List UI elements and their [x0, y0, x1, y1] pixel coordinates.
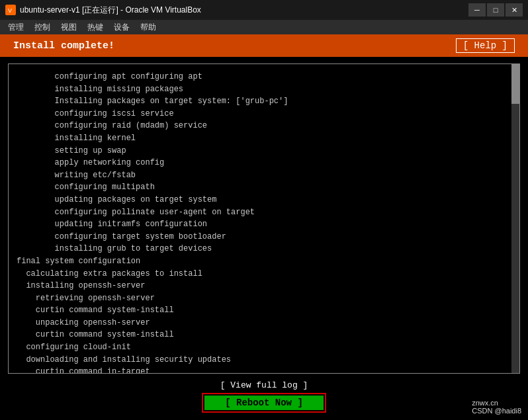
reboot-now-button[interactable]: [ Reboot Now ]	[204, 396, 324, 410]
title-bar-controls: ─ □ ✕	[468, 3, 523, 17]
menu-item-hotkey[interactable]: 热键	[82, 21, 109, 34]
svg-text:V: V	[8, 7, 12, 14]
menu-item-view[interactable]: 视图	[56, 21, 82, 34]
menu-item-control[interactable]: 控制	[29, 21, 56, 34]
reboot-btn-wrapper: [ Reboot Now ]	[202, 393, 326, 413]
watermark-site: znwx.cn	[472, 399, 498, 407]
close-button[interactable]: ✕	[506, 3, 523, 17]
log-area[interactable]: configuring apt configuring apt installi…	[8, 63, 520, 374]
vm-content: Install complete! [ Help ] configuring a…	[0, 34, 528, 420]
install-bar: Install complete! [ Help ]	[0, 34, 528, 57]
log-content: configuring apt configuring apt installi…	[9, 64, 519, 374]
help-button[interactable]: [ Help ]	[456, 38, 515, 53]
bottom-area: [ View full log ] [ Reboot Now ]	[0, 378, 528, 420]
maximize-button[interactable]: □	[487, 3, 504, 17]
menu-item-manage[interactable]: 管理	[3, 21, 29, 34]
title-bar: V ubuntu-server-v1 [正在运行] - Oracle VM Vi…	[0, 0, 528, 20]
watermark: znwx.cn CSDN @haidi8	[472, 399, 521, 415]
minimize-button[interactable]: ─	[468, 3, 486, 17]
menu-item-devices[interactable]: 设备	[109, 21, 135, 34]
watermark-author: CSDN @haidi8	[472, 407, 521, 415]
view-log-button[interactable]: [ View full log ]	[220, 380, 308, 390]
scrollbar-thumb[interactable]	[511, 64, 519, 104]
window-title: ubuntu-server-v1 [正在运行] - Oracle VM Virt…	[20, 5, 468, 16]
scrollbar[interactable]	[511, 64, 519, 373]
vbox-icon: V	[5, 5, 16, 15]
menu-bar: 管理 控制 视图 热键 设备 帮助	[0, 20, 528, 34]
install-title: Install complete!	[13, 40, 114, 52]
menu-item-help[interactable]: 帮助	[135, 21, 161, 34]
